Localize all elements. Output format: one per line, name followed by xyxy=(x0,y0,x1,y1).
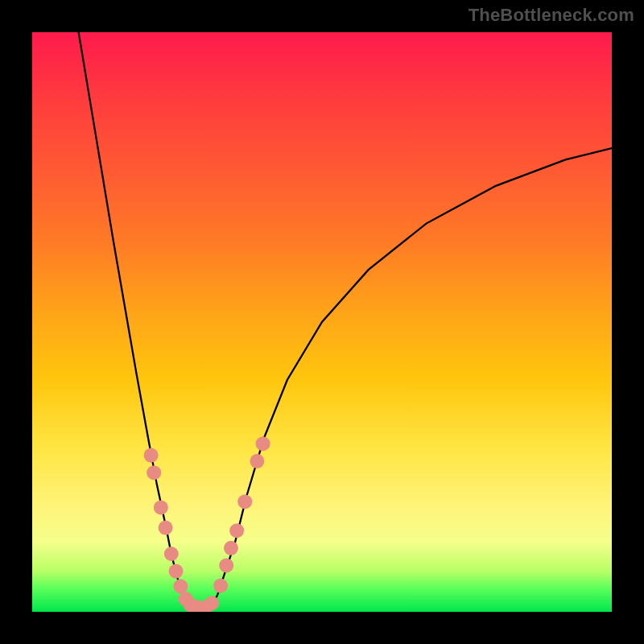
watermark-text: TheBottleneck.com xyxy=(469,5,634,26)
curve-left xyxy=(79,32,189,606)
curve-layer xyxy=(32,32,612,612)
data-marker xyxy=(144,448,159,463)
data-marker xyxy=(229,523,244,538)
data-marker xyxy=(204,596,219,610)
data-marker xyxy=(147,465,161,480)
chart-frame: TheBottleneck.com xyxy=(0,0,644,644)
data-marker xyxy=(154,500,168,514)
marker-group xyxy=(144,436,270,612)
data-marker xyxy=(164,547,179,561)
curve-right xyxy=(212,148,612,606)
data-marker xyxy=(250,454,264,469)
data-marker xyxy=(169,564,184,579)
data-marker xyxy=(173,579,188,593)
data-marker xyxy=(159,521,173,535)
data-marker xyxy=(213,579,228,593)
data-marker xyxy=(237,494,252,509)
data-marker xyxy=(256,436,270,451)
data-marker xyxy=(219,558,233,572)
plot-area xyxy=(32,32,612,612)
data-marker xyxy=(224,541,238,555)
